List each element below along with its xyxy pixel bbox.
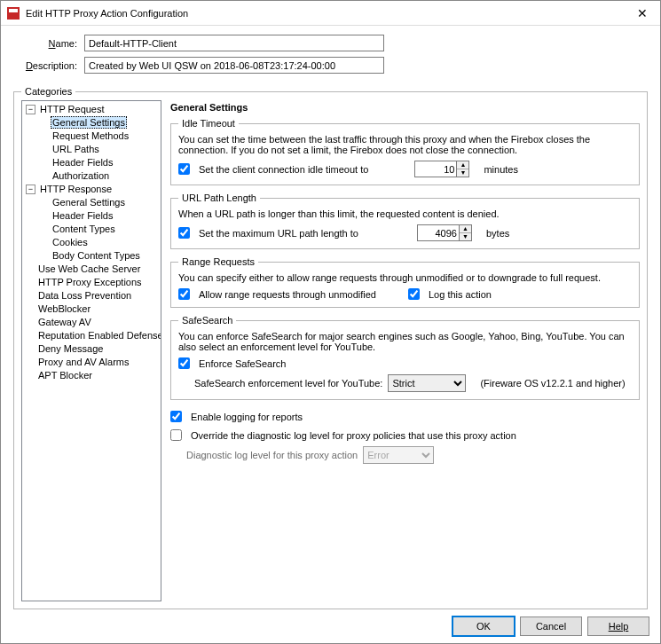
header-fields: Name: Description: xyxy=(1,26,660,82)
range-legend: Range Requests xyxy=(178,256,258,267)
url-desc: When a URL path is longer than this limi… xyxy=(178,208,632,219)
tree-header-fields[interactable]: Header Fields xyxy=(51,157,114,168)
logging-checkbox[interactable] xyxy=(170,411,182,422)
close-button[interactable]: ✕ xyxy=(630,6,655,20)
tree-dlp[interactable]: Data Loss Prevention xyxy=(36,290,133,301)
safesearch-group: SafeSearch You can enforce SafeSearch fo… xyxy=(170,315,640,400)
override-checkbox[interactable] xyxy=(170,429,182,441)
range-log-checkbox[interactable] xyxy=(408,288,420,300)
override-label: Override the diagnostic log level for pr… xyxy=(191,430,516,441)
tree-content-types[interactable]: Content Types xyxy=(51,224,117,234)
idle-value-input[interactable] xyxy=(414,161,457,177)
tree-body-content[interactable]: Body Content Types xyxy=(51,250,142,261)
tree-http-request[interactable]: HTTP Request xyxy=(38,104,106,114)
safe-desc: You can enforce SafeSearch for major sea… xyxy=(178,331,632,352)
safe-cb-label: Enforce SafeSearch xyxy=(199,358,286,369)
tree-authorization[interactable]: Authorization xyxy=(51,170,111,181)
diag-select: Error xyxy=(363,446,434,464)
svg-rect-1 xyxy=(9,9,18,12)
tree-red[interactable]: Reputation Enabled Defense xyxy=(36,330,161,341)
idle-checkbox[interactable] xyxy=(178,163,190,175)
dialog-footer: OK Cancel Help xyxy=(1,609,660,643)
pane-title: General Settings xyxy=(170,102,640,113)
app-icon xyxy=(6,6,20,20)
tree-gateway-av[interactable]: Gateway AV xyxy=(36,317,93,327)
help-button[interactable]: Help xyxy=(587,617,649,636)
settings-pane: General Settings Idle Timeout You can se… xyxy=(170,100,640,601)
tree-request-methods[interactable]: Request Methods xyxy=(51,130,130,141)
tree-cookies[interactable]: Cookies xyxy=(51,237,90,247)
url-cb-label: Set the maximum URL path length to xyxy=(199,228,358,239)
tree-web-cache[interactable]: Use Web Cache Server xyxy=(36,263,142,274)
idle-spinner[interactable]: ▲▼ xyxy=(457,161,469,177)
url-checkbox[interactable] xyxy=(178,227,190,239)
tree-general-settings[interactable]: General Settings xyxy=(51,116,127,129)
window-title: Edit HTTP Proxy Action Configuration xyxy=(26,8,630,19)
tree-alarms[interactable]: Proxy and AV Alarms xyxy=(36,357,131,367)
range-group: Range Requests You can specify either to… xyxy=(170,256,640,308)
name-label: Name: xyxy=(19,38,77,49)
collapse-icon[interactable]: − xyxy=(26,185,35,194)
description-input[interactable] xyxy=(84,57,384,74)
tree-deny[interactable]: Deny Message xyxy=(36,343,105,354)
diag-label: Diagnostic log level for this proxy acti… xyxy=(186,450,358,460)
tree-proxy-exceptions[interactable]: HTTP Proxy Exceptions xyxy=(36,277,144,287)
safe-note: (Fireware OS v12.2.1 and higher) xyxy=(480,378,625,389)
tree-http-response[interactable]: HTTP Response xyxy=(38,184,114,194)
tree-webblocker[interactable]: WebBlocker xyxy=(36,303,92,314)
url-legend: URL Path Length xyxy=(178,192,260,203)
url-unit: bytes xyxy=(486,228,509,239)
url-length-group: URL Path Length When a URL path is longe… xyxy=(170,192,640,249)
idle-timeout-group: Idle Timeout You can set the time betwee… xyxy=(170,118,640,185)
safe-level-label: SafeSearch enforcement level for YouTube… xyxy=(194,378,382,389)
tree-apt[interactable]: APT Blocker xyxy=(36,370,94,381)
range-allow-checkbox[interactable] xyxy=(178,288,190,300)
idle-cb-label: Set the client connection idle timeout t… xyxy=(199,164,368,175)
tree-resp-header[interactable]: Header Fields xyxy=(51,210,114,221)
cancel-button[interactable]: Cancel xyxy=(520,617,582,636)
range-allow-label: Allow range requests through unmodified xyxy=(199,289,376,300)
idle-unit: minutes xyxy=(484,164,518,175)
dialog-window: Edit HTTP Proxy Action Configuration ✕ N… xyxy=(0,0,661,644)
categories-legend: Categories xyxy=(21,86,75,97)
range-desc: You can specify either to allow range re… xyxy=(178,272,632,283)
url-value-input[interactable] xyxy=(417,224,460,241)
safe-legend: SafeSearch xyxy=(178,315,236,326)
idle-legend: Idle Timeout xyxy=(178,118,239,129)
name-input[interactable] xyxy=(84,35,384,51)
category-tree[interactable]: −HTTP Request General Settings Request M… xyxy=(21,100,161,601)
range-log-label: Log this action xyxy=(429,289,492,300)
logging-label: Enable logging for reports xyxy=(191,412,303,422)
idle-desc: You can set the time between the last tr… xyxy=(178,134,632,155)
collapse-icon[interactable]: − xyxy=(26,105,35,114)
url-spinner[interactable]: ▲▼ xyxy=(460,224,472,241)
description-label: Description: xyxy=(19,60,77,71)
tree-resp-general[interactable]: General Settings xyxy=(51,197,127,208)
titlebar: Edit HTTP Proxy Action Configuration ✕ xyxy=(1,1,660,26)
categories-fieldset: Categories −HTTP Request General Setting… xyxy=(13,86,648,609)
ok-button[interactable]: OK xyxy=(452,617,515,636)
safe-level-select[interactable]: Strict xyxy=(388,374,466,392)
tree-url-paths[interactable]: URL Paths xyxy=(51,144,101,154)
safe-checkbox[interactable] xyxy=(178,357,190,369)
